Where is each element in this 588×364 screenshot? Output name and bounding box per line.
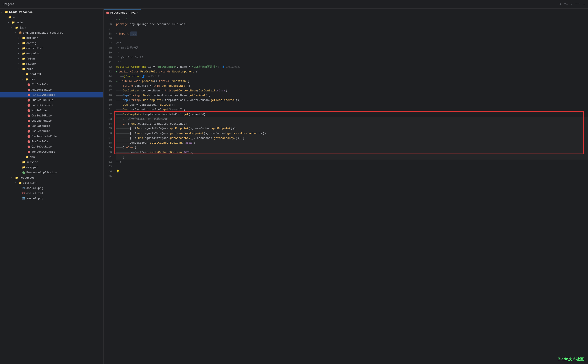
sidebar-item-main[interactable]: ▾ 📁 main — [0, 20, 103, 25]
sidebar-item-wrapper[interactable]: 📁 wrapper — [0, 165, 103, 170]
sidebar-item-AmazonS3Rule[interactable]: ⬤ AmazonS3Rule — [0, 87, 103, 92]
label-OssCacheRule: OssCacheRule — [32, 119, 52, 123]
arrow-resources: ▾ — [11, 176, 15, 179]
label-context: context — [30, 73, 42, 76]
code-line-41: */ — [116, 60, 588, 65]
sidebar-item-config[interactable]: ▸ 📁 config — [0, 40, 103, 46]
sidebar-item-blade-resource[interactable]: ▾ 📁 blade-resource — [0, 9, 103, 15]
sidebar-item-builder[interactable]: ▸ 📁 builder — [0, 35, 103, 40]
watermark-text: Blade技术社区 — [558, 357, 584, 361]
sidebar-item-MinioRule[interactable]: ⬤ MinioRule — [0, 108, 103, 113]
minimize-icon[interactable]: — — [583, 2, 585, 6]
arrow-org-springblade: ▾ — [15, 32, 18, 34]
label-blade-resource: blade-resource — [9, 11, 33, 14]
code-line-61: ———— } — [116, 155, 588, 160]
arrow-config: ▸ — [18, 42, 22, 45]
sidebar: ▾ 📁 blade-resource ▾ 📁 src ▾ 📁 main ▾ 📁 … — [0, 9, 104, 364]
sidebar-item-HuaweiObsRule[interactable]: ⬤ HuaweiObsRule — [0, 98, 103, 103]
sidebar-item-FinallyOssRule[interactable]: ⬤ FinallyOssRule — [0, 92, 103, 98]
sidebar-item-endpoint[interactable]: ▸ 📁 endpoint — [0, 51, 103, 56]
arrows-icon[interactable]: ⌃⌄ — [564, 2, 568, 6]
code-line-63 — [116, 164, 588, 169]
java-icon-FinallyOssRule: ⬤ — [27, 93, 31, 97]
code-editor[interactable]: 1 26 27 28 36 37 38 39 40 41 42 43 44 45… — [104, 16, 588, 364]
more-icon[interactable]: ••• — [575, 2, 581, 6]
folder-icon-src: 📁 — [8, 15, 12, 19]
sidebar-item-service[interactable]: 📁 service — [0, 160, 103, 165]
code-line-62: —— } — [116, 160, 588, 164]
code-line-28: ▸ import ... — [116, 32, 588, 36]
sidebar-item-resources[interactable]: ▾ 📁 resources — [0, 175, 103, 180]
sidebar-item-controller[interactable]: ▸ 📁 controller — [0, 46, 103, 51]
code-content: 1 26 27 28 36 37 38 39 40 41 42 43 44 45… — [104, 16, 588, 364]
sidebar-item-rule[interactable]: ▾ 📁 rule — [0, 66, 103, 72]
sidebar-item-context[interactable]: ▸ 📁 context — [0, 72, 103, 77]
title-bar-project[interactable]: Project ▾ — [3, 3, 18, 6]
project-label: Project — [3, 3, 14, 6]
sidebar-item-mapper[interactable]: ▸ 📁 mapper — [0, 61, 103, 66]
label-oss-el-xml: oss.el.xml — [26, 192, 43, 195]
png-icon-oss-el: 🖼 — [22, 186, 26, 190]
sidebar-item-QiniuOssRule[interactable]: ⬤ QiniuOssRule — [0, 144, 103, 149]
sidebar-item-oss[interactable]: ▾ 📁 oss — [0, 77, 103, 82]
arrow-mapper: ▸ — [18, 63, 22, 65]
label-org-springblade: org.springblade.resource — [23, 31, 63, 34]
label-ResourceApplication: ResourceApplication — [26, 171, 58, 174]
java-icon-OssBuildRule: ⬤ — [27, 114, 31, 117]
code-line-51: ———— Oss ossCached = ossPool.get(tenantI… — [116, 107, 588, 112]
sidebar-item-org-springblade[interactable]: ▾ 📦 org.springblade.resource — [0, 30, 103, 35]
sidebar-item-ResourceApplication[interactable]: ⬤ ResourceApplication — [0, 170, 103, 175]
label-AliOssRule: AliOssRule — [32, 83, 48, 86]
folder-icon-config: 📁 — [22, 41, 26, 45]
sidebar-item-OssReadRule[interactable]: ⬤ OssReadRule — [0, 129, 103, 134]
sidebar-item-PreOssRule[interactable]: ⬤ PreOssRule — [0, 139, 103, 144]
code-line-42: @LiteflowComponent(id = "preOssRule", na… — [116, 65, 588, 69]
sidebar-item-oss-el-png[interactable]: 🖼 oss.el.png — [0, 185, 103, 191]
code-line-39: * — [116, 51, 588, 55]
sidebar-item-AliOssRule[interactable]: ⬤ AliOssRule — [0, 82, 103, 87]
watermark: Blade技术社区 — [558, 357, 584, 361]
arrow-liteflow: ▾ — [15, 182, 18, 184]
label-controller: controller — [26, 47, 43, 50]
label-sms: sms — [30, 156, 35, 159]
code-line-54: ———— if (Func.hasEmpty(template, ossCach… — [116, 122, 588, 126]
sidebar-item-java[interactable]: ▾ 📁 java — [0, 25, 103, 30]
code-line-60: ———————— contextBean.setIsCached(Boolean… — [116, 150, 588, 155]
folder-icon-endpoint: 📁 — [22, 52, 26, 55]
code-line-56: ———————— || !Func.equalsSafe(oss.getTran… — [116, 131, 588, 136]
folder-icon-main: 📁 — [11, 20, 15, 24]
sidebar-item-feign[interactable]: ▸ 📁 feign — [0, 56, 103, 61]
sidebar-item-liteflow[interactable]: ▾ 📁 liteflow — [0, 180, 103, 185]
sidebar-item-OssTemplateRule[interactable]: ⬤ OssTemplateRule — [0, 134, 103, 139]
arrow-feign: ▸ — [18, 57, 22, 60]
label-oss: oss — [30, 78, 35, 81]
folder-icon-context: 📁 — [25, 72, 29, 76]
java-icon-OssTemplateRule: ⬤ — [27, 134, 31, 138]
code-line-26: package org.springblade.resource.rule.os… — [116, 22, 588, 27]
sidebar-item-OssCacheRule[interactable]: ⬤ OssCacheRule — [0, 118, 103, 123]
sidebar-item-LocalFileRule[interactable]: ⬤ LocalFileRule — [0, 103, 103, 108]
folder-icon-feign: 📁 — [22, 57, 26, 61]
tab-close-button[interactable]: × — [137, 12, 138, 14]
code-line-44: —— @Override 👤 smallchill — [116, 74, 588, 79]
arrow-controller: ▸ — [18, 47, 22, 50]
sidebar-item-sms[interactable]: ▸ 📁 sms — [0, 154, 103, 160]
target-icon[interactable]: ⊕ — [560, 2, 561, 6]
folder-icon-rule: 📁 — [22, 67, 26, 71]
close-icon[interactable]: ✕ — [570, 2, 573, 6]
sidebar-item-src[interactable]: ▾ 📁 src — [0, 15, 103, 20]
label-liteflow: liteflow — [23, 181, 36, 185]
sidebar-item-sms-el-png[interactable]: 🖼 sms.el.png — [0, 196, 103, 201]
title-bar-icons: ⊕ ⌃⌄ ✕ ••• — — [560, 2, 585, 6]
label-OssReadRule: OssReadRule — [32, 130, 50, 133]
code-line-40: * @author Chill — [116, 55, 588, 60]
sidebar-item-OssBuildRule[interactable]: ⬤ OssBuildRule — [0, 113, 103, 118]
tab-PreOssRule[interactable]: ⬤ PreOssRule.java × — [104, 9, 141, 16]
sidebar-item-oss-el-xml[interactable]: </> oss.el.xml — [0, 191, 103, 196]
java-icon-OssDataRule: ⬤ — [27, 124, 31, 128]
arrow-rule: ▾ — [18, 68, 22, 70]
sidebar-item-TencentCosRule[interactable]: ⬤ TencentCosRule — [0, 149, 103, 154]
sidebar-item-OssDataRule[interactable]: ⬤ OssDataRule — [0, 123, 103, 129]
arrow-builder: ▸ — [18, 37, 22, 39]
code-line-53: ———— // 若为空或者不一致，则重新加载 — [116, 117, 588, 122]
